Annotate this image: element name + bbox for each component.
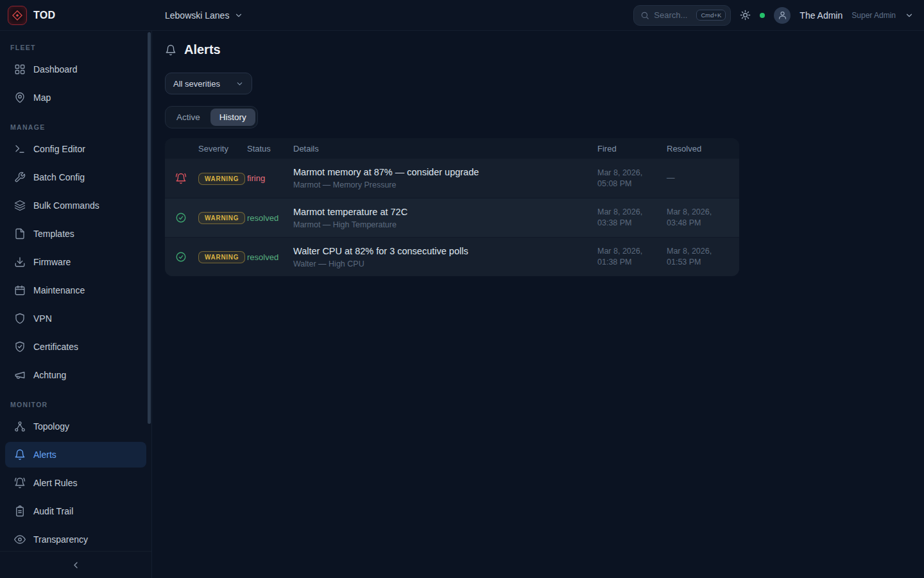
fired-date: Mar 8, 2026, [597, 168, 667, 179]
sidebar-item-templates[interactable]: Templates [5, 221, 146, 247]
bell-ring-icon [14, 477, 26, 489]
fired-clock: 03:38 PM [597, 218, 667, 229]
topology-icon [14, 421, 26, 432]
header-right: Cmd+K The Admin Super Admin [633, 5, 924, 26]
alert-title: Walter CPU at 82% for 3 consecutive poll… [293, 246, 597, 256]
resolved-time: — [667, 173, 729, 184]
severity-filter-select[interactable]: All severities [165, 73, 252, 94]
eye-icon [14, 534, 26, 545]
main-content: Alerts All severities Active History Sev… [152, 31, 924, 578]
resolved-time: Mar 8, 2026, 03:48 PM [667, 207, 729, 229]
alert-subtitle: Marmot — Memory Pressure [293, 180, 597, 189]
sidebar-item-label: Certificates [33, 342, 78, 352]
sidebar-item-label: Audit Trail [33, 506, 73, 516]
download-icon [14, 256, 26, 268]
column-header-fired: Fired [597, 144, 667, 153]
sidebar-item-bulk-commands[interactable]: Bulk Commands [5, 193, 146, 218]
sidebar-item-label: Batch Config [33, 172, 85, 182]
status-text: resolved [247, 252, 293, 262]
table-header-row: Severity Status Details Fired Resolved [165, 138, 739, 159]
sidebar-scrollbar[interactable] [148, 32, 151, 424]
sidebar-item-batch-config[interactable]: Batch Config [5, 164, 146, 190]
sidebar-item-label: Alert Rules [33, 478, 77, 488]
sidebar-item-label: Templates [33, 229, 74, 239]
sidebar: Fleet Dashboard Map Manage Config Editor… [0, 31, 152, 578]
search-input[interactable] [654, 10, 692, 20]
sidebar-nav: Fleet Dashboard Map Manage Config Editor… [0, 31, 151, 551]
sidebar-item-maintenance[interactable]: Maintenance [5, 277, 146, 303]
sidebar-item-label: Config Editor [33, 144, 85, 154]
user-name: The Admin [800, 10, 843, 21]
status-text: resolved [247, 213, 293, 223]
fired-clock: 05:08 PM [597, 179, 667, 189]
page-title: Alerts [184, 42, 221, 57]
status-text: firing [247, 173, 293, 183]
column-header-status: Status [247, 144, 293, 153]
severity-badge: WARNING [198, 173, 245, 185]
sidebar-item-audit-trail[interactable]: Audit Trail [5, 498, 146, 524]
search-box[interactable]: Cmd+K [633, 5, 731, 26]
alert-title: Marmot temperature at 72C [293, 207, 597, 217]
alerts-tabs: Active History [165, 106, 258, 128]
sidebar-item-map[interactable]: Map [5, 85, 146, 110]
column-header-resolved: Resolved [667, 144, 729, 153]
alerts-table: Severity Status Details Fired Resolved W… [165, 138, 739, 276]
chevron-left-icon [71, 560, 81, 570]
app-title: TOD [33, 10, 55, 21]
column-header-severity: Severity [198, 144, 247, 153]
severity-badge: WARNING [198, 212, 245, 224]
table-row[interactable]: WARNING firing Marmot memory at 87% — co… [165, 159, 739, 198]
wrench-icon [14, 171, 26, 183]
alert-subtitle: Marmot — High Temperature [293, 220, 597, 229]
alert-title: Marmot memory at 87% — consider upgrade [293, 167, 597, 177]
sidebar-item-label: Alerts [33, 450, 56, 460]
search-shortcut: Cmd+K [696, 10, 726, 21]
check-circle-icon [175, 212, 198, 223]
alert-details: Marmot memory at 87% — consider upgrade … [293, 167, 597, 189]
fired-clock: 01:38 PM [597, 257, 667, 268]
sidebar-item-label: Topology [33, 421, 69, 432]
brand: TOD [0, 6, 152, 25]
table-row[interactable]: WARNING resolved Walter CPU at 82% for 3… [165, 237, 739, 276]
sidebar-item-label: VPN [33, 313, 52, 324]
sidebar-item-achtung[interactable]: Achtung [5, 362, 146, 388]
chevron-down-icon [235, 80, 244, 88]
sun-icon [740, 10, 751, 21]
sidebar-item-transparency[interactable]: Transparency [5, 527, 146, 551]
section-label-monitor: Monitor [0, 401, 151, 408]
table-row[interactable]: WARNING resolved Marmot temperature at 7… [165, 198, 739, 237]
user-menu-button[interactable] [905, 11, 914, 20]
terminal-icon [14, 143, 26, 155]
sidebar-item-topology[interactable]: Topology [5, 414, 146, 439]
tab-history[interactable]: History [210, 109, 255, 126]
sidebar-item-config-editor[interactable]: Config Editor [5, 136, 146, 162]
theme-toggle-button[interactable] [740, 10, 751, 21]
shield-check-icon [14, 341, 26, 353]
check-circle-icon [175, 251, 198, 263]
connection-status-dot [760, 13, 765, 18]
shield-icon [14, 313, 26, 324]
page-header: Alerts [165, 42, 924, 57]
fired-date: Mar 8, 2026, [597, 207, 667, 218]
avatar[interactable] [774, 7, 791, 24]
sidebar-item-label: Maintenance [33, 285, 85, 295]
sidebar-item-label: Dashboard [33, 64, 78, 74]
search-icon [640, 11, 649, 20]
resolved-time: Mar 8, 2026, 01:53 PM [667, 246, 729, 268]
calendar-icon [14, 285, 26, 296]
sidebar-item-label: Transparency [33, 534, 88, 545]
sidebar-item-label: Map [33, 92, 51, 103]
sidebar-item-certificates[interactable]: Certificates [5, 334, 146, 360]
tenant-selector[interactable]: Lebowski Lanes [165, 10, 243, 21]
sidebar-item-firmware[interactable]: Firmware [5, 249, 146, 275]
sidebar-collapse-button[interactable] [0, 551, 151, 578]
sidebar-item-dashboard[interactable]: Dashboard [5, 57, 146, 82]
sidebar-item-alerts[interactable]: Alerts [5, 442, 146, 468]
sidebar-item-alert-rules[interactable]: Alert Rules [5, 470, 146, 496]
file-icon [14, 228, 26, 240]
tab-active[interactable]: Active [167, 109, 209, 126]
tenant-name: Lebowski Lanes [165, 10, 229, 21]
fired-time: Mar 8, 2026, 03:38 PM [597, 207, 667, 229]
sidebar-item-vpn[interactable]: VPN [5, 306, 146, 331]
resolved-date: Mar 8, 2026, [667, 246, 729, 257]
